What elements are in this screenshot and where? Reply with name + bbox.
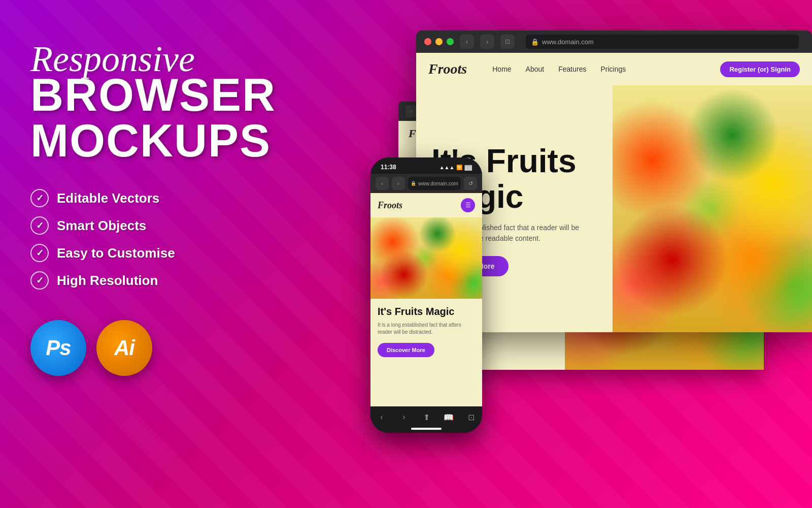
check-icon: ✓ xyxy=(30,271,49,290)
ps-label: Ps xyxy=(46,336,71,360)
hero-right xyxy=(613,85,812,332)
app-icons: Ps Ai xyxy=(30,320,315,376)
mobile-back-button[interactable]: ‹ xyxy=(376,177,389,190)
mobile-fruits-image xyxy=(370,217,482,299)
fruits-image xyxy=(613,85,812,332)
mobile-forward-nav-icon[interactable]: › xyxy=(398,411,410,423)
features-list: ✓ Editable Vectors ✓ Smart Objects ✓ Eas… xyxy=(30,189,315,290)
feature-label: High Resolution xyxy=(57,273,158,289)
mobile-lock-icon: 🔒 xyxy=(411,181,416,186)
address-bar[interactable]: 🔒 www.domain.com xyxy=(526,35,799,49)
website-nav: Froots Home About Features Pricings Regi… xyxy=(416,53,812,85)
feature-item: ✓ Easy to Customise xyxy=(30,244,315,262)
mobile-battery-icon: ▓▓ xyxy=(464,165,472,170)
feature-item: ✓ Editable Vectors xyxy=(30,189,315,207)
feature-item: ✓ High Resolution xyxy=(30,271,315,290)
feature-label: Smart Objects xyxy=(57,218,146,234)
mobile-discover-button[interactable]: Discover More xyxy=(378,343,434,357)
site-nav-links: Home About Features Pricings xyxy=(492,65,626,73)
title-browser: BROWSER xyxy=(30,72,315,118)
nav-pricings[interactable]: Pricings xyxy=(600,65,626,73)
check-icon: ✓ xyxy=(30,189,49,207)
mobile-browser: 11:38 ▲▲▲ 🛜 ▓▓ ‹ › 🔒 www.domain.com ↺ Fr… xyxy=(370,157,482,433)
mobile-bottom-bar: ‹ › ⬆ 📖 ⊡ xyxy=(370,406,482,433)
lock-icon: 🔒 xyxy=(531,38,539,46)
mobile-nav-bar: Froots ☰ xyxy=(370,193,482,217)
site-logo: Froots xyxy=(428,61,467,77)
feature-label: Easy to Customise xyxy=(57,245,175,261)
mobile-hero-title: It's Fruits Magic xyxy=(378,306,475,318)
mobile-hero-text: It's Fruits Magic It is a long establish… xyxy=(370,299,482,364)
mobile-content: Froots ☰ It's Fruits Magic It is a long … xyxy=(370,193,482,406)
mobile-address-bar[interactable]: 🔒 www.domain.com xyxy=(408,177,461,190)
mobile-status-icons: ▲▲▲ 🛜 ▓▓ xyxy=(439,165,472,170)
mobile-bookmarks-icon[interactable]: 📖 xyxy=(443,411,454,423)
mobile-status-bar: 11:38 ▲▲▲ 🛜 ▓▓ xyxy=(370,157,482,174)
check-icon: ✓ xyxy=(30,216,49,235)
illustrator-icon: Ai xyxy=(96,320,152,376)
register-button[interactable]: Register (or) Signin xyxy=(720,61,800,77)
back-button[interactable]: ‹ xyxy=(460,35,474,49)
mobile-wifi-icon: 🛜 xyxy=(456,165,462,170)
photoshop-icon: Ps xyxy=(30,320,86,376)
mobile-hero-image xyxy=(370,217,482,299)
ai-label: Ai xyxy=(114,336,134,360)
browser-titlebar: ‹ › ⊡ 🔒 www.domain.com xyxy=(416,30,812,53)
title-mockups: MOCKUPS xyxy=(30,118,315,164)
hamburger-menu-button[interactable]: ☰ xyxy=(461,198,475,212)
forward-button[interactable]: › xyxy=(480,35,494,49)
mobile-signal-icon: ▲▲▲ xyxy=(439,165,455,170)
feature-item: ✓ Smart Objects xyxy=(30,216,315,235)
mobile-url: www.domain.com xyxy=(418,181,458,186)
close-button[interactable] xyxy=(424,38,431,45)
mobile-home-indicator xyxy=(411,428,442,430)
mobile-tabs-icon[interactable]: ⊡ xyxy=(465,411,477,423)
sidebar-toggle-button[interactable]: ⊡ xyxy=(500,35,515,49)
check-icon: ✓ xyxy=(30,244,49,262)
mobile-back-nav-icon[interactable]: ‹ xyxy=(376,411,387,423)
traffic-lights xyxy=(424,38,454,45)
mobile-hero-desc: It is a long established fact that after… xyxy=(378,322,475,336)
mobile-time: 11:38 xyxy=(381,164,396,171)
minimize-button[interactable] xyxy=(435,38,443,45)
mobile-share-icon[interactable]: ⬆ xyxy=(421,411,432,423)
url-text: www.domain.com xyxy=(542,38,594,46)
nav-home[interactable]: Home xyxy=(492,65,511,73)
feature-label: Editable Vectors xyxy=(57,190,159,206)
mobile-reload-button[interactable]: ↺ xyxy=(464,177,477,190)
mobile-site-logo: Froots xyxy=(378,200,402,211)
maximize-button[interactable] xyxy=(447,38,454,45)
nav-features[interactable]: Features xyxy=(558,65,586,73)
mobile-forward-button[interactable]: › xyxy=(392,177,405,190)
right-panel: ‹ › ⊡ 🔒 www.domain.com Froots Home About… xyxy=(370,30,812,498)
left-panel: Responsive BROWSER MOCKUPS ✓ Editable Ve… xyxy=(30,41,315,376)
nav-about[interactable]: About xyxy=(526,65,545,73)
mobile-nav-controls: ‹ › 🔒 www.domain.com ↺ xyxy=(370,174,482,193)
